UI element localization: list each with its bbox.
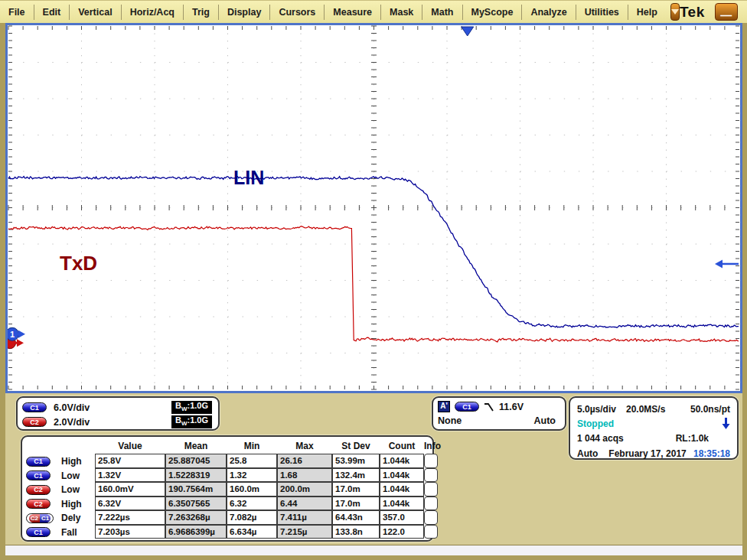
scope-graticule-svg: LIN TxD 1 bbox=[8, 25, 740, 391]
meas-cell: 160.0m bbox=[227, 482, 277, 497]
meas-cell bbox=[424, 468, 438, 483]
meas-cell: 160.0mV bbox=[95, 482, 165, 497]
acquisition-status: Stopped bbox=[577, 418, 614, 429]
menu-item-myscope[interactable]: MyScope bbox=[463, 1, 522, 24]
meas-cell: 7.203µs bbox=[95, 525, 165, 539]
meas-cell: 357.0 bbox=[380, 510, 424, 525]
channel1-readout[interactable]: C1 6.0V/div BW:1.0G bbox=[22, 400, 212, 415]
waveform-display[interactable]: LIN TxD 1 bbox=[5, 23, 742, 393]
channel2-readout[interactable]: C2 2.0V/div BW:1.0G bbox=[22, 415, 212, 429]
menu-item-cursors[interactable]: Cursors bbox=[270, 1, 324, 24]
menu-item-vertical[interactable]: Vertical bbox=[70, 1, 120, 24]
meas-cell: 17.0m bbox=[332, 497, 380, 511]
menu-item-utilities[interactable]: Utilities bbox=[576, 1, 628, 24]
meas-header-info: Info bbox=[424, 438, 438, 454]
meas-header-st-dev: St Dev bbox=[332, 438, 380, 454]
tek-logo: Tek bbox=[680, 4, 705, 21]
scroll-down-icon[interactable] bbox=[722, 417, 730, 430]
menu-item-math[interactable]: Math bbox=[422, 1, 462, 24]
acquisition-count: 1 044 acqs bbox=[577, 433, 624, 444]
meas-header-mean: Mean bbox=[165, 438, 227, 454]
meas-row-badge: C1 bbox=[26, 469, 57, 483]
trigger-position-marker[interactable] bbox=[462, 27, 474, 36]
trigger-level-readout: 11.6V bbox=[499, 402, 524, 412]
trigger-level-marker[interactable] bbox=[715, 259, 739, 268]
meas-cell: 7.222µs bbox=[95, 510, 165, 525]
measurement-table-box[interactable]: ValueMeanMinMaxSt DevCountInfoC1High25.8… bbox=[21, 435, 434, 542]
trigger-mode-row: None Auto bbox=[438, 415, 559, 426]
trigger-source-badge: C1 bbox=[455, 402, 479, 412]
menu-item-help[interactable]: Help bbox=[628, 1, 666, 24]
meas-cell: 7.411µ bbox=[277, 510, 332, 525]
meas-cell: 190.7564m bbox=[165, 482, 227, 497]
window-controls: Tek — X bbox=[680, 3, 747, 21]
meas-header-max: Max bbox=[277, 438, 332, 454]
channel1-marker-label: 1 bbox=[10, 330, 15, 339]
meas-row-badge: C1 bbox=[26, 526, 57, 540]
meas-cell: 25.8V bbox=[95, 454, 165, 468]
meas-cell: 1.68 bbox=[277, 468, 332, 483]
meas-cell bbox=[424, 510, 438, 525]
menu-item-analyze[interactable]: Analyze bbox=[522, 1, 575, 24]
meas-cell: 26.16 bbox=[277, 454, 332, 468]
minimize-button[interactable]: — bbox=[715, 3, 738, 21]
meas-cell: 1.5228319 bbox=[165, 468, 227, 483]
channel1-scale: 6.0V/div bbox=[54, 402, 127, 413]
menu-bar: FileEditVerticalHoriz/AcqTrigDisplayCurs… bbox=[0, 0, 747, 23]
meas-cell bbox=[424, 482, 438, 497]
meas-header-value: Value bbox=[95, 438, 165, 454]
meas-cell: 1.044k bbox=[380, 482, 424, 497]
meas-row-label: High bbox=[57, 454, 95, 469]
meas-row-badge: C2C1 bbox=[26, 511, 57, 526]
meas-cell: 6.3507565 bbox=[165, 497, 227, 511]
graticule-ticks bbox=[8, 26, 739, 389]
menu-item-trig[interactable]: Trig bbox=[184, 1, 218, 24]
badge-c2c1: C2C1 bbox=[26, 513, 54, 523]
acquisition-row: 1 044 acqs RL:1.0k bbox=[577, 431, 730, 445]
trigger-b-event: None bbox=[438, 415, 462, 426]
menu-item-mask[interactable]: Mask bbox=[381, 1, 422, 24]
trigger-readout-box[interactable]: A' C1 11.6V None Auto bbox=[432, 396, 566, 431]
meas-cell: 1.32 bbox=[227, 468, 277, 483]
meas-cell: 6.9686399µ bbox=[165, 525, 227, 539]
menu-item-display[interactable]: Display bbox=[219, 1, 269, 24]
meas-header-min: Min bbox=[227, 438, 277, 454]
record-length: RL:1.0k bbox=[676, 433, 709, 444]
falling-edge-icon bbox=[484, 402, 494, 412]
trigger-source-row: A' C1 11.6V bbox=[438, 401, 559, 412]
menu-item-horiz-acq[interactable]: Horiz/Acq bbox=[122, 1, 183, 24]
menu-item-file[interactable]: File bbox=[0, 1, 34, 24]
measurement-table: ValueMeanMinMaxSt DevCountInfoC1High25.8… bbox=[26, 438, 430, 539]
badge-c2: C2 bbox=[26, 485, 51, 495]
meas-cell: 1.044k bbox=[380, 468, 424, 483]
txd-label: TxD bbox=[60, 252, 97, 275]
meas-row-label: Low bbox=[57, 483, 95, 497]
meas-cell: 64.43n bbox=[332, 510, 380, 525]
menu-dropdown-button[interactable] bbox=[670, 3, 680, 21]
meas-cell: 6.32V bbox=[95, 497, 165, 511]
meas-row-label: Low bbox=[57, 469, 95, 483]
meas-cell: 6.634µ bbox=[227, 525, 277, 539]
meas-row-label: Fall bbox=[57, 526, 95, 540]
channel2-badge: C2 bbox=[22, 417, 47, 427]
meas-cell: 133.8n bbox=[332, 525, 380, 539]
horizontal-readout-box[interactable]: 5.0µs/div 20.0MS/s 50.0ns/pt Stopped 1 0… bbox=[569, 396, 739, 460]
trigger-mode: Auto bbox=[534, 415, 556, 426]
channel-readout-box[interactable]: C1 6.0V/div BW:1.0G C2 2.0V/div BW:1.0G bbox=[16, 396, 220, 431]
channel1-badge: C1 bbox=[22, 402, 47, 412]
bottom-strip bbox=[5, 545, 742, 555]
meas-header-spacer bbox=[57, 438, 95, 454]
timebase: 5.0µs/div bbox=[577, 404, 616, 415]
meas-cell bbox=[424, 454, 438, 468]
channel1-ground-marker[interactable]: 1 bbox=[8, 327, 25, 340]
meas-cell: 132.4m bbox=[332, 468, 380, 483]
menu-items: FileEditVerticalHoriz/AcqTrigDisplayCurs… bbox=[0, 1, 666, 24]
menu-item-edit[interactable]: Edit bbox=[34, 1, 70, 24]
menu-item-measure[interactable]: Measure bbox=[325, 1, 380, 24]
meas-cell: 200.0m bbox=[277, 482, 332, 497]
lin-label: LIN bbox=[233, 167, 264, 188]
meas-cell: 7.082µ bbox=[227, 510, 277, 525]
meas-cell: 1.32V bbox=[95, 468, 165, 483]
meas-row-label: High bbox=[57, 497, 95, 512]
resolution: 50.0ns/pt bbox=[690, 404, 730, 415]
